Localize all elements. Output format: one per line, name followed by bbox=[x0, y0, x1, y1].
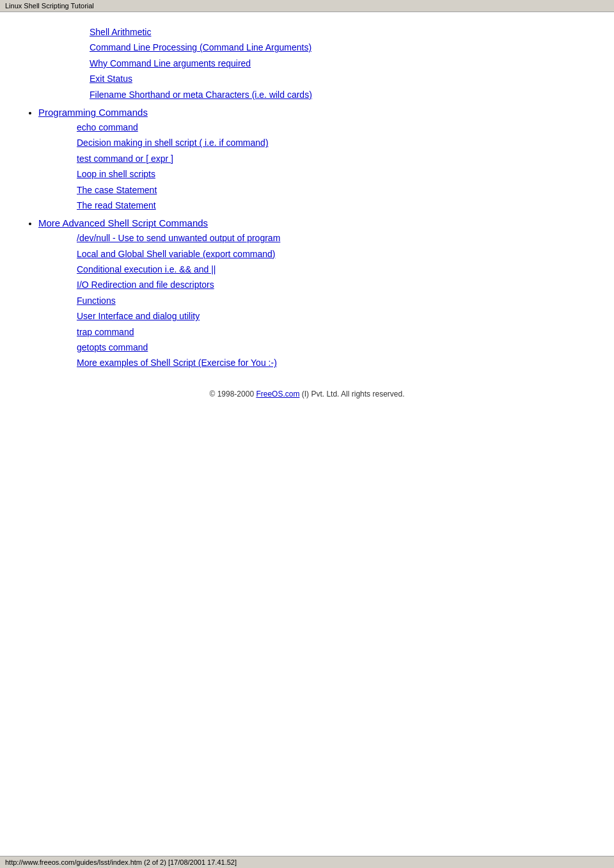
top-sub-link[interactable]: Exit Status bbox=[90, 72, 588, 86]
sub-link[interactable]: /dev/null - Use to send unwanted output … bbox=[77, 231, 588, 245]
sub-link[interactable]: More examples of Shell Script (Exercise … bbox=[77, 356, 588, 370]
top-bar: Linux Shell Scripting Tutorial bbox=[0, 0, 614, 12]
sub-link[interactable]: The case Statement bbox=[77, 183, 588, 197]
footer-suffix: (I) Pvt. Ltd. All rights reserved. bbox=[299, 390, 404, 398]
top-sub-link[interactable]: Command Line Processing (Command Line Ar… bbox=[90, 40, 588, 54]
sub-link[interactable]: trap command bbox=[77, 325, 588, 339]
sub-link[interactable]: echo command bbox=[77, 120, 588, 134]
top-sub-link[interactable]: Why Command Line arguments required bbox=[90, 56, 588, 70]
footer-link[interactable]: FreeOS.com bbox=[256, 390, 299, 398]
status-bar: http://www.freeos.com/guides/lsst/index.… bbox=[0, 856, 614, 868]
sub-link[interactable]: User Interface and dialog utility bbox=[77, 309, 588, 323]
content: Shell ArithmeticCommand Line Processing … bbox=[0, 12, 614, 437]
status-bar-url: http://www.freeos.com/guides/lsst/index.… bbox=[5, 858, 237, 866]
sub-link[interactable]: The read Statement bbox=[77, 198, 588, 212]
section-title-link[interactable]: More Advanced Shell Script Commands bbox=[38, 217, 208, 228]
section-item: Programming Commandsecho commandDecision… bbox=[38, 107, 588, 212]
sub-link[interactable]: getopts command bbox=[77, 340, 588, 354]
sub-link[interactable]: Conditional execution i.e. && and || bbox=[77, 262, 588, 276]
sub-link[interactable]: I/O Redirection and file descriptors bbox=[77, 278, 588, 292]
footer: © 1998-2000 FreeOS.com (I) Pvt. Ltd. All… bbox=[26, 390, 588, 398]
top-sub-link[interactable]: Filename Shorthand or meta Characters (i… bbox=[90, 88, 588, 102]
sub-links: echo commandDecision making in shell scr… bbox=[77, 120, 588, 212]
sub-link[interactable]: Loop in shell scripts bbox=[77, 167, 588, 181]
top-sub-link[interactable]: Shell Arithmetic bbox=[90, 25, 588, 39]
top-sub-links: Shell ArithmeticCommand Line Processing … bbox=[90, 25, 588, 102]
section-title-link[interactable]: Programming Commands bbox=[38, 107, 148, 118]
sub-link[interactable]: Local and Global Shell variable (export … bbox=[77, 247, 588, 261]
footer-copyright: © 1998-2000 bbox=[210, 390, 256, 398]
sub-links: /dev/null - Use to send unwanted output … bbox=[77, 231, 588, 370]
sub-link[interactable]: Decision making in shell script ( i.e. i… bbox=[77, 136, 588, 150]
section-item: More Advanced Shell Script Commands/dev/… bbox=[38, 217, 588, 370]
sub-link[interactable]: Functions bbox=[77, 294, 588, 308]
top-bar-title: Linux Shell Scripting Tutorial bbox=[5, 2, 94, 10]
main-list: Programming Commandsecho commandDecision… bbox=[38, 107, 588, 370]
sub-link[interactable]: test command or [ expr ] bbox=[77, 152, 588, 166]
